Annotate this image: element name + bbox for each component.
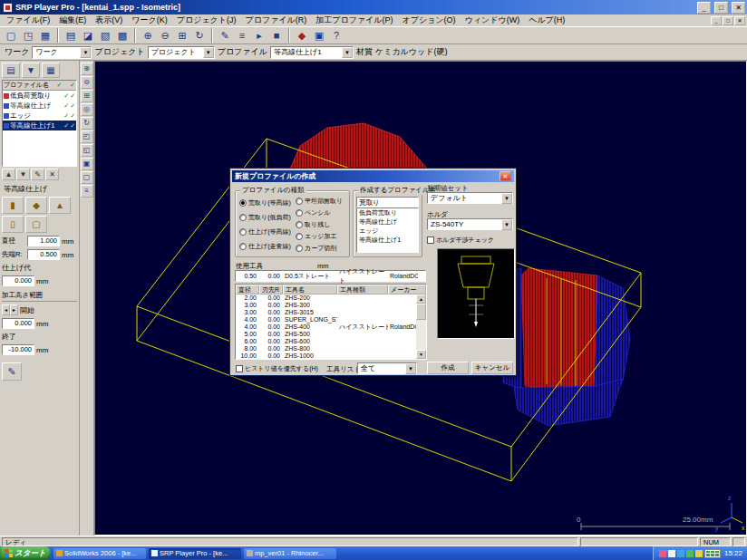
- delete-icon[interactable]: ✕: [45, 169, 59, 180]
- move-down-icon[interactable]: ▼: [16, 169, 30, 180]
- radio-finish-contour[interactable]: 仕上げ(等高線): [239, 227, 291, 237]
- check-icon[interactable]: ✓: [63, 112, 69, 120]
- holder-select[interactable]: ZS-540TY ▼: [427, 218, 513, 230]
- profile-list-header[interactable]: プロファイル名 ✓ ✓: [3, 81, 76, 91]
- list-item[interactable]: エッジ: [357, 227, 418, 236]
- menu-machining-profile[interactable]: 加工プロファイル(P): [311, 14, 397, 26]
- wireframe-display-icon[interactable]: ▧: [97, 28, 113, 43]
- model-display-icon[interactable]: ◪: [80, 28, 96, 43]
- tray-icon[interactable]: [686, 550, 694, 557]
- menu-work[interactable]: ワーク(K): [127, 14, 171, 26]
- mdi-minimize-button[interactable]: _: [711, 16, 722, 25]
- chevron-down-icon[interactable]: ▼: [405, 363, 416, 374]
- menu-profile[interactable]: プロファイル(R): [241, 14, 312, 26]
- flat-endmill-icon[interactable]: ▮: [2, 197, 24, 214]
- radio-curve-cutting[interactable]: カーブ切削: [296, 244, 336, 253]
- profile-select[interactable]: 等高線仕上げ1 ▼: [270, 46, 354, 59]
- mdi-restore-button[interactable]: □: [723, 16, 733, 25]
- edit-parameters-icon[interactable]: ✎: [2, 362, 22, 381]
- list-item[interactable]: 低負荷荒取り ✓ ✓: [3, 91, 76, 101]
- table-row[interactable]: 3.000.00ZHS-300: [236, 302, 426, 309]
- task-button-srp-player[interactable]: SRP Player Pro - [ke...: [149, 548, 241, 559]
- diameter-field[interactable]: 1.000: [27, 236, 60, 246]
- column-header[interactable]: 工具名: [283, 285, 337, 294]
- profile-settings-icon[interactable]: ▦: [42, 63, 60, 78]
- view-fit-icon[interactable]: ⊞: [81, 90, 93, 102]
- spin-left-icon[interactable]: ◂: [2, 304, 10, 315]
- check-icon[interactable]: ✓: [63, 92, 69, 100]
- view-iso-icon[interactable]: ▢: [81, 171, 93, 184]
- start-button[interactable]: スタート: [0, 546, 51, 560]
- shaded-display-icon[interactable]: ▩: [114, 28, 131, 43]
- menu-file[interactable]: ファイル(F): [2, 14, 54, 26]
- menu-help[interactable]: ヘルプ(H): [524, 14, 569, 26]
- zoom-out-icon[interactable]: ⊖: [157, 28, 173, 43]
- menu-options[interactable]: オプション(O): [398, 14, 461, 26]
- mdi-close-button[interactable]: ✕: [734, 16, 745, 25]
- minimize-button[interactable]: _: [697, 2, 711, 14]
- table-row[interactable]: 8.000.00ZHS-800: [236, 345, 426, 352]
- tool-option-b-icon[interactable]: ▢: [25, 216, 47, 233]
- radio-edge-machining[interactable]: エッジ加工: [296, 232, 337, 241]
- table-row[interactable]: 5.000.00ZHS-500: [236, 331, 426, 338]
- spin-right-icon[interactable]: ▸: [10, 304, 18, 315]
- machine-setup-icon[interactable]: ▣: [311, 28, 327, 43]
- chevron-down-icon[interactable]: ▼: [342, 47, 353, 58]
- cancel-button[interactable]: キャンセル: [471, 362, 513, 374]
- table-row[interactable]: 4.000.00ZHS-400ハイスストレートRolandDG: [236, 323, 426, 331]
- task-button-solidworks[interactable]: SolidWorks 2006 - [ke...: [53, 548, 146, 559]
- list-item[interactable]: エッジ ✓ ✓: [3, 111, 76, 121]
- close-button[interactable]: ✕: [732, 2, 745, 14]
- tray-icon[interactable]: [659, 550, 666, 557]
- cutting-start-icon[interactable]: ◆: [294, 28, 310, 43]
- move-up-icon[interactable]: ▲: [2, 169, 15, 180]
- save-file-icon[interactable]: ▦: [37, 28, 53, 43]
- check-icon[interactable]: ✓: [63, 122, 69, 130]
- table-row[interactable]: 2.000.00ZHS-200: [236, 294, 426, 302]
- start-field[interactable]: 0.000: [2, 318, 34, 329]
- edit-profile-icon[interactable]: ✎: [217, 28, 233, 43]
- help-icon[interactable]: ?: [328, 28, 344, 43]
- scroll-thumb[interactable]: [416, 304, 426, 320]
- radio-roughing-contour[interactable]: 荒取り(等高線): [239, 198, 291, 208]
- allowance-field[interactable]: 0.000: [2, 275, 34, 286]
- menu-view[interactable]: 表示(V): [91, 14, 127, 26]
- column-header[interactable]: メーカー: [388, 285, 426, 294]
- holder-clearance-checkbox[interactable]: ホルダ干渉チェック: [427, 236, 494, 245]
- check-icon[interactable]: ✓: [70, 102, 75, 110]
- column-header[interactable]: 直径: [236, 285, 259, 294]
- table-scrollbar[interactable]: ▲ ▼: [416, 294, 426, 359]
- tool-option-a-icon[interactable]: ▯: [2, 216, 24, 233]
- scroll-down-icon[interactable]: ▼: [416, 350, 426, 359]
- tool-list-select[interactable]: 全て ▼: [357, 362, 417, 374]
- scroll-up-icon[interactable]: ▲: [416, 294, 426, 304]
- add-profile-icon[interactable]: ▤: [2, 63, 20, 78]
- profile-name-input[interactable]: 荒取り: [356, 197, 419, 208]
- column-header[interactable]: 工具種類: [337, 285, 388, 294]
- end-field[interactable]: -10.000: [2, 344, 34, 355]
- dialog-title-bar[interactable]: 新規プロファイルの作成 ✕: [232, 170, 514, 182]
- list-item[interactable]: 等高線仕上げ1: [357, 236, 418, 245]
- engraving-tool-icon[interactable]: ▲: [49, 197, 71, 214]
- check-icon[interactable]: ✓: [70, 112, 75, 120]
- view-zoom-out-icon[interactable]: ⊖: [81, 76, 93, 89]
- radio-pencil[interactable]: ペンシル: [296, 208, 331, 217]
- view-zoom-in-icon[interactable]: ⊕: [81, 63, 93, 75]
- simulate-icon[interactable]: ▸: [251, 28, 267, 43]
- table-row[interactable]: 6.000.00ZHS-600: [236, 338, 426, 345]
- menu-edit[interactable]: 編集(E): [54, 14, 91, 26]
- check-icon[interactable]: ✓: [70, 92, 75, 100]
- selected-tool-row[interactable]: 0.50 0.00 D0.5ストレート ハイスストレート RolandDG: [235, 270, 426, 282]
- view-top-icon[interactable]: ▣: [81, 158, 93, 170]
- stop-icon[interactable]: ■: [268, 28, 285, 43]
- task-button-rhinoceros[interactable]: mp_ver01 - Rhinocer...: [244, 548, 336, 559]
- tip-radius-field[interactable]: 0.500: [27, 249, 60, 260]
- maximize-button[interactable]: □: [714, 2, 728, 14]
- tray-icon[interactable]: [668, 550, 675, 557]
- view-list-icon[interactable]: ≡: [81, 185, 93, 198]
- rotate-view-icon[interactable]: ↻: [191, 28, 208, 43]
- check-icon[interactable]: ✓: [63, 102, 69, 110]
- view-front-icon[interactable]: ◰: [81, 130, 93, 143]
- table-row[interactable]: 4.000.00SUPER_LONG_STF: [236, 316, 426, 323]
- chevron-down-icon[interactable]: ▼: [501, 193, 512, 204]
